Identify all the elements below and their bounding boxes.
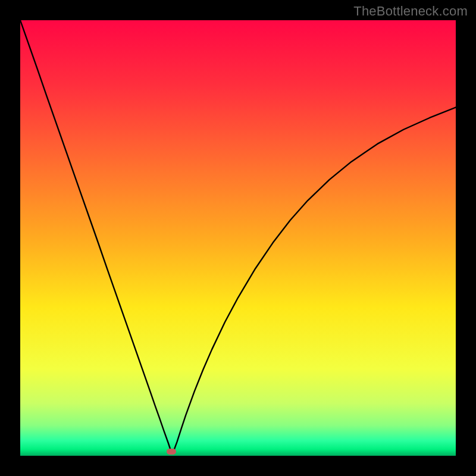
chart-frame: TheBottleneck.com <box>0 0 476 476</box>
optimal-point-marker <box>167 449 176 455</box>
watermark-text: TheBottleneck.com <box>353 4 468 19</box>
bottleneck-curve <box>20 20 456 456</box>
plot-area <box>20 20 456 456</box>
